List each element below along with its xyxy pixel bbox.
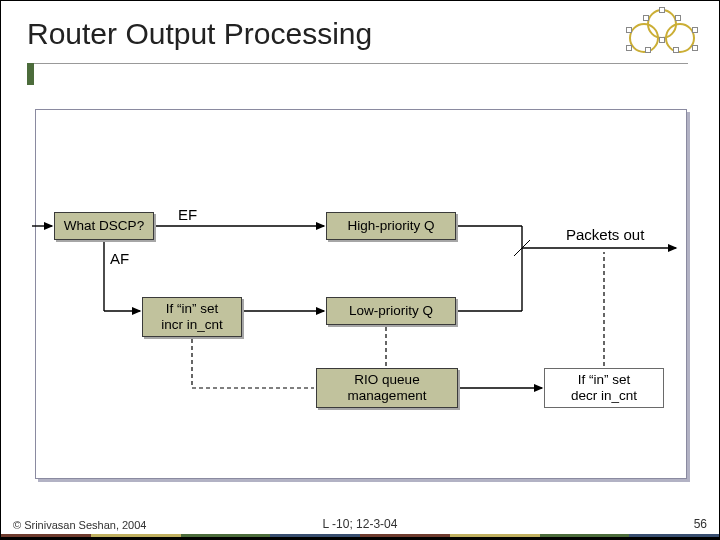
footer-copyright: © Srinivasan Seshan, 2004 [13,519,146,531]
footer-lecture: L -10; 12-3-04 [323,517,398,531]
network-icon [623,9,703,53]
slide: Router Output Processing What DSCP? If “… [1,1,719,537]
slide-title: Router Output Processing [27,17,372,51]
footer-colorbar [1,534,719,537]
diagram-arrows [36,110,686,478]
footer-page-number: 56 [694,517,707,531]
diagram-frame: What DSCP? If “in” set incr in_cnt High-… [35,109,687,479]
title-rule [34,63,688,64]
title-accent [27,63,34,85]
